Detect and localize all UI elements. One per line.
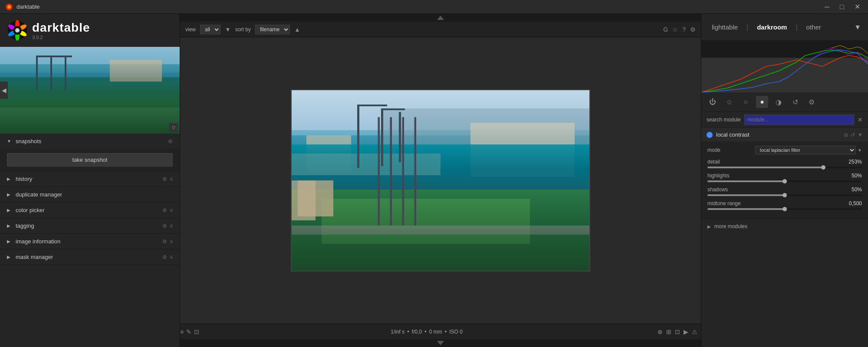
grid-icon[interactable]: G <box>663 26 668 33</box>
detail-slider-thumb[interactable] <box>821 165 825 170</box>
snapshots-settings-icon[interactable]: ⚙ <box>168 138 173 144</box>
half-circle-button[interactable]: ◑ <box>773 96 785 108</box>
local-contrast-reset-icon[interactable]: ↺ <box>851 132 855 138</box>
highlights-value: 50% <box>842 173 862 179</box>
refresh-button[interactable]: ↺ <box>789 96 801 108</box>
image-information-settings-icon[interactable]: ⚙ <box>162 239 167 245</box>
top-arrow[interactable] <box>180 14 701 22</box>
snapshots-header[interactable]: ▼ snapshots ⚙ <box>0 134 180 149</box>
mask-manager-label: mask manager <box>16 254 162 260</box>
mask-manager-arrow-icon: ▶ <box>7 255 12 260</box>
maximize-button[interactable]: □ <box>837 2 847 12</box>
tagging-settings-icon[interactable]: ⚙ <box>162 223 167 229</box>
take-snapshot-button[interactable]: take snapshot <box>7 153 173 167</box>
nav-dropdown-icon[interactable]: ▼ <box>854 23 861 31</box>
local-contrast-enable-dot[interactable] <box>707 132 713 138</box>
star-icon[interactable]: ☆ <box>672 26 678 33</box>
detail-slider-track[interactable] <box>707 167 862 168</box>
history-header[interactable]: ▶ history ⚙ ≡ <box>0 171 180 187</box>
gear-button[interactable]: ⚙ <box>806 96 818 108</box>
duplicate-manager-header[interactable]: ▶ duplicate manager <box>0 187 180 202</box>
search-clear-icon[interactable]: ✕ <box>858 116 863 123</box>
mode-label: mode <box>707 147 755 153</box>
shadows-slider-thumb[interactable] <box>783 193 787 197</box>
filled-circle-button[interactable]: ● <box>756 96 768 108</box>
local-contrast-header[interactable]: local contrast ⧉ ↺ ▼ <box>701 128 868 141</box>
midtone-slider-thumb[interactable] <box>783 207 787 211</box>
mode-select[interactable]: local laplacian filter <box>755 146 856 154</box>
highlights-label: highlights <box>707 173 842 179</box>
location-icon[interactable]: ⊕ <box>658 328 663 335</box>
shadows-label: shadows <box>707 187 842 193</box>
more-modules-label: more modules <box>714 223 747 229</box>
tab-other[interactable]: other <box>803 22 825 33</box>
bottom-arrow[interactable] <box>180 339 701 347</box>
view-dropdown-icon[interactable]: ▼ <box>225 26 231 33</box>
detail-value: 253% <box>842 159 862 165</box>
help-icon[interactable]: ? <box>682 26 686 33</box>
thumb-expand-icon[interactable]: ▽ <box>169 123 178 132</box>
export-icon[interactable]: ⊡ <box>675 328 680 335</box>
view-select[interactable]: all <box>200 25 220 34</box>
tab-darkroom[interactable]: darkroom <box>753 22 790 33</box>
midtone-slider-track[interactable] <box>707 208 862 210</box>
tab-lighttable[interactable]: lighttable <box>708 22 741 33</box>
history-settings-icon[interactable]: ⚙ <box>162 176 167 182</box>
histogram-chart <box>701 40 868 92</box>
sidebar-collapse-arrow[interactable]: ◀ <box>0 82 8 99</box>
focal-value: 0 mm <box>429 329 442 335</box>
snapshots-section: ▼ snapshots ⚙ take snapshot <box>0 134 180 171</box>
sort-order-icon[interactable]: ▲ <box>294 26 300 33</box>
menu-icon[interactable]: ≡ <box>180 328 184 335</box>
power-button[interactable]: ⏻ <box>707 96 719 108</box>
image-information-section: ▶ image information ⚙ ≡ <box>0 234 180 249</box>
mode-row: mode local laplacian filter ▼ <box>707 146 862 154</box>
sort-select[interactable]: filename <box>255 25 290 34</box>
close-button[interactable]: ✕ <box>852 2 863 12</box>
search-module-row: search module ✕ <box>701 112 868 128</box>
mask-manager-menu-icon[interactable]: ≡ <box>170 254 173 260</box>
image-toolbar: view all ▼ sort by filename ▲ G ☆ ? ⚙ <box>180 22 701 37</box>
highlights-slider-thumb[interactable] <box>783 179 787 183</box>
svg-point-2 <box>8 6 10 8</box>
search-module-input[interactable] <box>744 115 854 125</box>
svg-point-11 <box>15 28 20 33</box>
tagging-menu-icon[interactable]: ≡ <box>170 223 173 229</box>
midtone-slider-header: midtone range 0,500 <box>707 200 862 206</box>
history-menu-icon[interactable]: ≡ <box>170 176 173 182</box>
center-area: view all ▼ sort by filename ▲ G ☆ ? ⚙ <box>180 14 701 347</box>
local-contrast-panel: local contrast ⧉ ↺ ▼ mode local laplacia… <box>701 128 868 219</box>
shadows-slider-track[interactable] <box>707 194 862 196</box>
minimize-button[interactable]: ─ <box>822 2 832 12</box>
display-icon[interactable]: ⊡ <box>194 328 199 335</box>
edit-icon[interactable]: ✎ <box>186 328 191 335</box>
aperture-value: f/0,0 <box>412 329 422 335</box>
darktable-logo <box>7 20 28 41</box>
duplicate-manager-label: duplicate manager <box>16 191 173 198</box>
favorites-button[interactable]: ☆ <box>723 96 735 108</box>
history-icons: ⚙ ≡ <box>162 176 173 182</box>
layers-icon[interactable]: ⊞ <box>666 328 671 335</box>
play-icon[interactable]: ▶ <box>684 328 688 335</box>
highlights-slider-track[interactable] <box>707 180 862 182</box>
mode-dropdown-icon[interactable]: ▼ <box>858 148 862 153</box>
image-information-header[interactable]: ▶ image information ⚙ ≡ <box>0 234 180 249</box>
tagging-header[interactable]: ▶ tagging ⚙ ≡ <box>0 218 180 233</box>
color-picker-header[interactable]: ▶ color picker ⚙ ≡ <box>0 203 180 218</box>
midtone-slider-row: midtone range 0,500 <box>707 200 862 210</box>
settings-icon[interactable]: ⚙ <box>690 26 696 33</box>
app-title: darktable <box>16 3 822 10</box>
local-contrast-presets-icon[interactable]: ▼ <box>858 132 863 138</box>
mask-manager-header[interactable]: ▶ mask manager ⚙ ≡ <box>0 249 180 265</box>
local-contrast-duplicate-icon[interactable]: ⧉ <box>844 132 848 138</box>
mask-manager-settings-icon[interactable]: ⚙ <box>162 254 167 260</box>
more-modules-row[interactable]: ▶ more modules <box>701 219 868 234</box>
color-picker-menu-icon[interactable]: ≡ <box>170 207 173 213</box>
tagging-label: tagging <box>16 223 162 229</box>
window-controls: ─ □ ✕ <box>822 2 863 12</box>
circle-button[interactable]: ○ <box>740 96 752 108</box>
mask-manager-icons: ⚙ ≡ <box>162 254 173 260</box>
color-picker-settings-icon[interactable]: ⚙ <box>162 207 167 213</box>
image-information-menu-icon[interactable]: ≡ <box>170 239 173 245</box>
warning-icon[interactable]: ⚠ <box>692 328 697 335</box>
